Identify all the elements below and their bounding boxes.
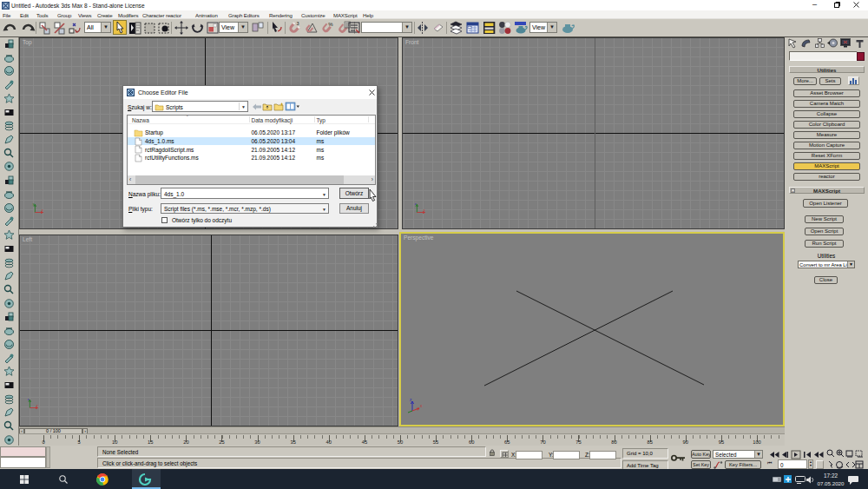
svg-text:x: x [424, 208, 425, 212]
svg-text:x: x [42, 208, 43, 212]
svg-text:x: x [420, 404, 423, 408]
svg-text:3: 3 [296, 21, 299, 26]
svg-text:%: % [328, 22, 333, 27]
svg-text:y: y [33, 202, 35, 206]
svg-text:x: x [36, 404, 38, 407]
svg-text:z: z [28, 398, 30, 401]
svg-text:z: z [415, 202, 417, 206]
